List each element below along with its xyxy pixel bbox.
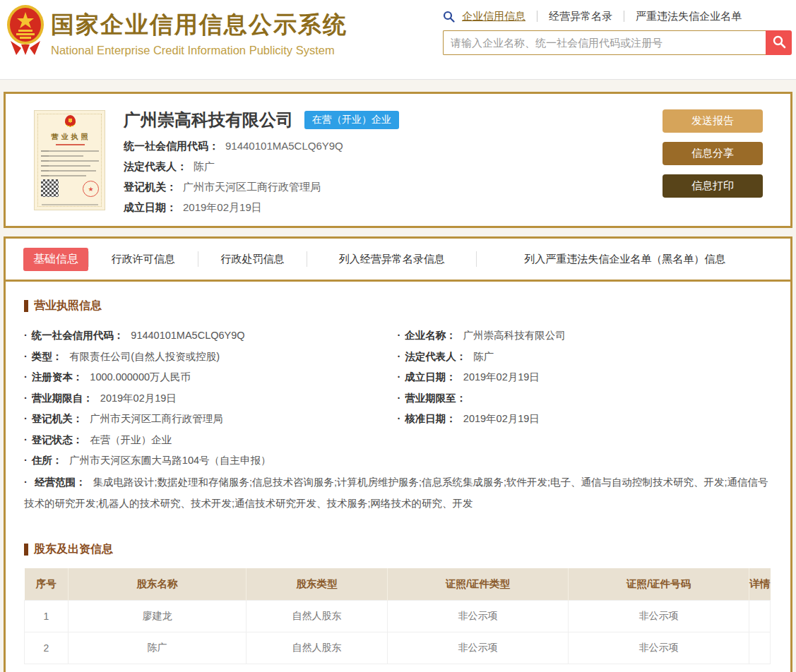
license-emblem-icon xyxy=(65,115,76,128)
nav-link-serious-violation-list[interactable]: 严重违法失信企业名单 xyxy=(636,10,742,23)
section-title: 股东及出资信息 xyxy=(34,542,113,557)
field-legal-rep: 法定代表人：陈广 xyxy=(398,347,771,368)
field-company-type: 类型：有限责任公司(自然人投资或控股) xyxy=(24,347,398,368)
cell-details xyxy=(749,632,771,664)
search-input[interactable] xyxy=(443,30,766,55)
tab-separator xyxy=(88,251,89,267)
shareholders-table: 序号 股东名称 股东类型 证照/证件类型 证照/证件号码 详情 1 廖建龙 自然… xyxy=(24,568,771,665)
cell-certificate-type: 非公示项 xyxy=(388,601,569,632)
card-field-establishment-date: 成立日期：2019年02月19日 xyxy=(124,201,663,213)
license-title: 营业执照 xyxy=(35,132,105,142)
search-button-icon xyxy=(772,35,786,51)
cell-shareholder-type: 自然人股东 xyxy=(246,632,388,664)
field-credit-code: 统一社会信用代码：91440101MA5CLQ6Y9Q xyxy=(24,325,398,347)
tab-administrative-license[interactable]: 行政许可信息 xyxy=(88,251,198,267)
cell-shareholder-name: 廖建龙 xyxy=(69,601,246,632)
main-panel: 基础信息 行政许可信息 行政处罚信息 列入经营异常名录信息 列入严重违法失信企业… xyxy=(4,236,792,672)
search-bar xyxy=(443,30,792,55)
share-info-button[interactable]: 信息分享 xyxy=(663,142,763,165)
field-address: 住所：广州市天河区东圃大马路104号（自主申报） xyxy=(24,450,398,472)
section-title: 营业执照信息 xyxy=(34,299,102,313)
license-qr-code xyxy=(41,179,59,197)
table-row: 2 陈广 自然人股东 非公示项 非公示项 xyxy=(25,632,771,664)
field-business-scope: 经营范围：集成电路设计;数据处理和存储服务;信息技术咨询服务;计算机房维护服务;… xyxy=(24,472,771,514)
license-info-section-header: 营业执照信息 xyxy=(24,299,771,313)
nav-separator xyxy=(537,11,537,22)
search-icon xyxy=(443,11,455,23)
shareholders-section: 股东及出资信息 序号 股东名称 股东类型 证照/证件类型 证照/证件号码 详情 xyxy=(24,542,771,665)
cell-index: 2 xyxy=(25,632,69,664)
table-header-row: 序号 股东名称 股东类型 证照/证件类型 证照/证件号码 详情 xyxy=(25,568,771,601)
col-header-shareholder-type: 股东类型 xyxy=(246,568,388,601)
fields-left-column: 统一社会信用代码：91440101MA5CLQ6Y9Q 类型：有限责任公司(自然… xyxy=(24,325,398,472)
field-term-from: 营业期限自：2019年02月19日 xyxy=(24,388,398,409)
company-name: 广州崇高科技有限公司 xyxy=(124,109,293,131)
field-registration-authority: 登记机关：广州市天河区工商行政管理局 xyxy=(24,409,398,430)
section-bar-icon xyxy=(24,300,28,312)
field-registered-capital: 注册资本：1000.000000万人民币 xyxy=(24,367,398,388)
license-red-seal: ★ xyxy=(83,181,99,197)
field-registration-status: 登记状态：在营（开业）企业 xyxy=(24,430,398,451)
field-approval-date: 核准日期：2019年02月19日 xyxy=(398,409,771,430)
cell-certificate-number: 非公示项 xyxy=(569,601,749,632)
national-emblem-logo xyxy=(6,4,44,58)
header-right: 企业信用信息 经营异常名录 严重违法失信企业名单 xyxy=(443,9,792,55)
tab-blacklist[interactable]: 列入严重违法失信企业名单（黑名单）信息 xyxy=(477,253,773,266)
print-info-button[interactable]: 信息打印 xyxy=(663,174,763,198)
col-header-index: 序号 xyxy=(25,568,69,601)
cell-details xyxy=(749,601,771,632)
fields-right-column: 企业名称：广州崇高科技有限公司 法定代表人：陈广 成立日期：2019年02月19… xyxy=(398,325,771,472)
search-button[interactable] xyxy=(766,30,792,55)
license-red-line xyxy=(56,144,85,145)
col-header-certificate-number: 证照/证件号码 xyxy=(569,568,749,601)
site-title-block: 国家企业信用信息公示系统 National Enterprise Credit … xyxy=(51,9,347,57)
cell-index: 1 xyxy=(25,601,69,632)
tab-bar: 基础信息 行政许可信息 行政处罚信息 列入经营异常名录信息 列入严重违法失信企业… xyxy=(6,239,790,280)
company-info: 广州崇高科技有限公司 在营（开业）企业 统一社会信用代码：91440101MA5… xyxy=(124,109,663,226)
cell-shareholder-name: 陈广 xyxy=(69,632,246,664)
status-badge: 在营（开业）企业 xyxy=(304,111,399,129)
card-field-legal-rep: 法定代表人：陈广 xyxy=(124,160,663,172)
business-license-thumbnail: 营业执照 ★ xyxy=(34,110,105,210)
shareholders-section-header: 股东及出资信息 xyxy=(24,542,771,557)
send-report-button[interactable]: 发送报告 xyxy=(663,109,763,133)
company-card-panel: 营业执照 ★ 广州崇高科技有限公司 在营（开业）企业 统一社会信用代码：9144… xyxy=(4,92,792,228)
cell-certificate-number: 非公示项 xyxy=(569,632,749,664)
field-establishment-date: 成立日期：2019年02月19日 xyxy=(398,367,771,388)
field-term-to: 营业期限至： xyxy=(398,388,771,409)
table-row: 1 廖建龙 自然人股东 非公示项 非公示项 xyxy=(25,601,771,632)
tab-abnormal-operations[interactable]: 列入经营异常名录信息 xyxy=(307,253,476,266)
nav-link-abnormal-operations-list[interactable]: 经营异常名录 xyxy=(549,10,612,23)
card-field-credit-code: 统一社会信用代码：91440101MA5CLQ6Y9Q xyxy=(124,140,663,152)
license-footer-line xyxy=(42,204,98,205)
col-header-details: 详情 xyxy=(749,568,771,601)
site-title-en: National Enterprise Credit Information P… xyxy=(51,44,347,57)
cell-certificate-type: 非公示项 xyxy=(388,632,569,664)
basic-info-content: 营业执照信息 统一社会信用代码：91440101MA5CLQ6Y9Q 类型：有限… xyxy=(6,282,790,664)
field-company-name: 企业名称：广州崇高科技有限公司 xyxy=(398,325,771,347)
card-buttons: 发送报告 信息分享 信息打印 xyxy=(663,109,763,226)
site-title-cn: 国家企业信用信息公示系统 xyxy=(51,9,347,41)
top-nav: 企业信用信息 经营异常名录 严重违法失信企业名单 xyxy=(443,9,792,23)
section-bar-icon xyxy=(24,544,28,556)
tab-administrative-penalty[interactable]: 行政处罚信息 xyxy=(198,253,307,266)
tab-basic-info[interactable]: 基础信息 xyxy=(23,248,88,271)
cell-shareholder-type: 自然人股东 xyxy=(246,601,388,632)
license-info-fields: 统一社会信用代码：91440101MA5CLQ6Y9Q 类型：有限责任公司(自然… xyxy=(24,325,771,472)
nav-link-enterprise-credit-info[interactable]: 企业信用信息 xyxy=(462,10,525,23)
card-field-registration-authority: 登记机关：广州市天河区工商行政管理局 xyxy=(124,181,663,193)
nav-separator xyxy=(624,11,624,22)
col-header-certificate-type: 证照/证件类型 xyxy=(388,568,569,601)
site-header: 国家企业信用信息公示系统 National Enterprise Credit … xyxy=(0,0,796,80)
col-header-shareholder-name: 股东名称 xyxy=(69,568,246,601)
